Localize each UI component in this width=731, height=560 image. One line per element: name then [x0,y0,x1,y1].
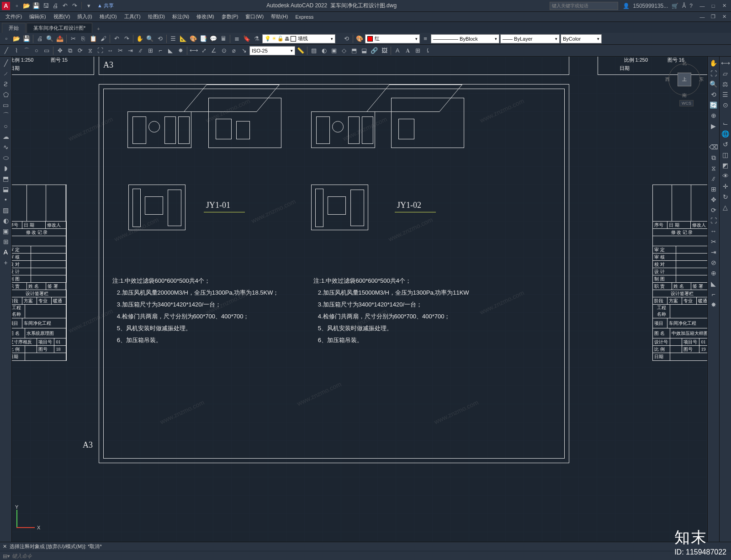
image-icon[interactable]: 🖼 [380,46,389,55]
rotate2-icon[interactable]: ⟳ [709,206,718,215]
help-search-input[interactable]: 键入关键字或短语 [550,2,618,10]
share-link[interactable]: ▲ 共享 [97,2,114,9]
chamfer2-icon[interactable]: ◣ [709,279,718,288]
doc-close-button[interactable]: ✕ [719,13,729,21]
doc-restore-button[interactable]: ❐ [708,13,718,21]
dim-linear-icon[interactable]: ⟷ [189,46,198,55]
tb-copy-icon[interactable]: ⎘ [79,34,88,43]
cart-icon[interactable]: 🛒 [672,3,678,9]
offset2-icon[interactable]: ⫽ [709,174,718,183]
draw-ellipsearc-icon[interactable]: ◗ [1,164,11,173]
draw-xline-icon[interactable]: ⟋ [1,69,11,78]
layer-props-icon[interactable]: ≣ [232,34,241,43]
array2-icon[interactable]: ⊞ [709,185,718,194]
tb-qcalc-icon[interactable]: 🖩 [219,34,228,43]
draw-mtext-icon[interactable]: A [1,248,11,257]
explode-icon[interactable]: ✸ [176,46,185,55]
move-icon[interactable]: ✥ [55,46,64,55]
command-input[interactable] [12,553,728,559]
color-dropdown[interactable]: 红▾ [365,34,420,43]
scale-icon[interactable]: ⛶ [95,46,105,55]
dim-angular-icon[interactable]: ∠ [209,46,218,55]
tb-save-icon[interactable]: 💾 [22,34,31,43]
chamfer-icon[interactable]: ◣ [166,46,175,55]
menu-express[interactable]: Express [291,12,317,21]
ucs-origin-icon[interactable]: ✛ [721,182,730,191]
rotate-icon[interactable]: ⟳ [75,46,85,55]
dim-diameter-icon[interactable]: ⌀ [229,46,238,55]
dist-icon[interactable]: ⟷ [721,58,730,68]
extend2-icon[interactable]: ⇥ [709,248,718,257]
dim-aligned-icon[interactable]: ⤢ [199,46,208,55]
help-icon[interactable]: ? [689,3,693,9]
tb-plot-icon[interactable]: 🖨 [35,34,44,43]
qat-new-icon[interactable]: ▫ [13,2,21,10]
ucs-icon-tb[interactable]: ⌙ [721,119,730,128]
nav-wheel-icon[interactable]: ⊕ [709,111,718,120]
trim2-icon[interactable]: ✂ [709,237,718,246]
qat-plot-icon[interactable]: 🖨 [51,2,59,10]
drawing-canvas[interactable]: A3 比例 1:250 图号 15 日期 比例 1:250 图号 16 日期 A… [12,57,707,542]
draw-addselected-icon[interactable]: + [1,258,11,267]
tb-paste-icon[interactable]: 📋 [89,34,98,43]
erase-icon[interactable]: ⌫ [709,143,718,152]
tb-zoom-icon[interactable]: 🔍 [145,34,154,43]
draw-ellipse-icon[interactable]: ⬭ [1,153,11,162]
menu-window[interactable]: 窗口(W) [242,12,267,21]
qat-save-icon[interactable]: 💾 [32,2,40,10]
draw-rect-icon[interactable]: ▭ [1,100,11,110]
block-insert-icon[interactable]: ⬒ [350,46,359,55]
qat-saveas-icon[interactable]: 🖫 [42,2,50,10]
ucs-obj-icon[interactable]: ◫ [721,150,730,159]
boundary-icon[interactable]: ◇ [339,46,349,55]
text-icon[interactable]: A [393,46,402,55]
tb-cut-icon[interactable]: ✂ [69,34,78,43]
stretch-icon[interactable]: ↔ [106,46,115,55]
tb-undo-icon[interactable]: ↶ [112,34,121,43]
draw-circle-icon[interactable]: ○ [1,122,11,131]
draw-gradient-icon[interactable]: ◐ [1,216,11,225]
trim-icon[interactable]: ✂ [116,46,125,55]
move2-icon[interactable]: ✥ [709,195,718,204]
menu-file[interactable]: 文件(F) [2,12,26,21]
qat-undo-icon[interactable]: ↶ [61,2,69,10]
draw-point-icon[interactable]: • [1,195,11,204]
dimstyle-manager-icon[interactable]: 📏 [296,46,305,55]
qat-more-icon[interactable]: ▾ [85,2,93,10]
gradient-icon[interactable]: ◐ [319,46,328,55]
join2-icon[interactable]: ⊕ [709,269,718,278]
table-icon[interactable]: ⊞ [413,46,422,55]
menu-draw[interactable]: 绘图(D) [144,12,169,21]
area-icon[interactable]: ▱ [721,69,730,78]
dim-leader-icon[interactable]: ↘ [239,46,249,55]
extend-icon[interactable]: ⇥ [126,46,135,55]
mtext-icon[interactable]: 𝐀 [403,46,412,55]
break2-icon[interactable]: ⊘ [709,258,718,267]
tb-new-icon[interactable]: ▫ [2,34,11,43]
arc-icon[interactable]: ⌒ [22,46,31,55]
new-tab-button[interactable]: + [93,25,103,33]
draw-polygon-icon[interactable]: ⬠ [1,90,11,99]
menu-view[interactable]: 视图(V) [50,12,74,21]
tb-toolpalette-icon[interactable]: 🎨 [189,34,198,43]
menu-format[interactable]: 格式(O) [96,12,121,21]
tb-matchprop-icon[interactable]: 🖌 [99,34,108,43]
ucs-world-icon[interactable]: 🌐 [721,129,730,138]
layer-filter-icon[interactable]: ⚗ [252,34,261,43]
id-icon[interactable]: ⊙ [721,100,730,110]
draw-pline-icon[interactable]: Ƨ [1,79,11,89]
menu-parametric[interactable]: 参数(P) [218,12,242,21]
plotstyle-dropdown[interactable]: ByColor▾ [561,34,602,43]
layer-states-icon[interactable]: 🔖 [242,34,251,43]
tb-designcenter-icon[interactable]: 📐 [179,34,188,43]
draw-arc-icon[interactable]: ⌒ [1,111,11,120]
mirror-icon[interactable]: ⧖ [85,46,95,55]
tb-pan-icon[interactable]: ✋ [135,34,144,43]
list-icon[interactable]: ☰ [721,90,730,99]
doc-minimize-button[interactable]: — [697,13,707,21]
draw-spline-icon[interactable]: ∿ [1,143,11,152]
stretch2-icon[interactable]: ↔ [709,227,718,236]
xref-icon[interactable]: 🔗 [370,46,379,55]
minimize-button[interactable]: — [697,2,707,10]
draw-revcloud-icon[interactable]: ☁ [1,132,11,141]
